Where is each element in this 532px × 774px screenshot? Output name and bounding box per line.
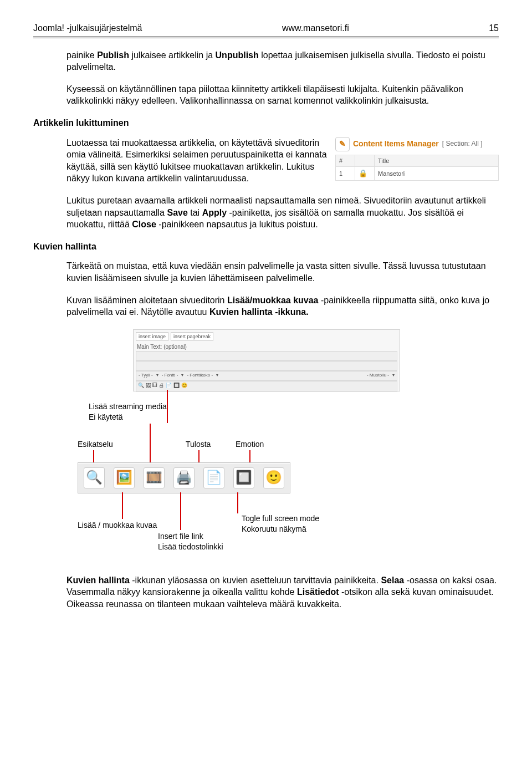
insert-image-icon[interactable]: 🖼️: [114, 467, 135, 488]
editor-toolbar-row-1[interactable]: [136, 351, 397, 361]
callout-print: Tulosta: [186, 439, 211, 450]
callout-line: [198, 450, 200, 462]
callout-emotion: Emotion: [236, 439, 264, 450]
lock-icon: 🔒: [359, 169, 367, 177]
heading-article-lock: Artikkelin lukittuminen: [33, 117, 499, 129]
header-center: www.mansetori.fi: [282, 22, 349, 34]
row-lock-icon: 🔒: [355, 167, 375, 181]
main-text-label: Main Text: (optional): [137, 343, 187, 351]
paragraph-publish: painike Publish julkaisee artikkelin ja …: [66, 49, 499, 73]
paragraph-image-intro: Tärkeätä on muistaa, että kuva viedään e…: [66, 260, 499, 284]
table-row[interactable]: 1 🔒 Mansetori: [336, 167, 499, 181]
insert-image-button[interactable]: insert image: [136, 332, 168, 341]
callout-streaming-media: Lisää streaming mediaEi käytetä: [89, 401, 167, 422]
font-select[interactable]: - Fontti -: [162, 373, 178, 379]
row-title[interactable]: Mansetori: [375, 167, 499, 181]
content-items-manager-panel: ✎ Content Items Manager [ Section: All ]…: [335, 137, 499, 185]
print-icon[interactable]: 📄: [203, 467, 224, 488]
preview-icon[interactable]: 🔍: [84, 467, 105, 488]
heading-image-management: Kuvien hallinta: [33, 241, 499, 253]
format-select[interactable]: - Muotoilu -: [367, 373, 389, 379]
editor-bottom-toolbar-zoom: 🔍 🖼️ 🎞️ 🖨️ 📄 🔲 🙂: [78, 462, 290, 493]
fontsize-select[interactable]: - Fonttikoko -: [187, 373, 213, 379]
callout-line: [122, 492, 123, 519]
header-left: Joomla! -julkaisujärjestelmä: [33, 22, 142, 34]
link-icon[interactable]: 🖨: [159, 382, 164, 391]
manager-table: # Title 1 🔒 Mansetori: [335, 155, 499, 181]
toolbar-callouts: Lisää streaming mediaEi käytetä Esikatse…: [78, 397, 499, 574]
insert-pagebreak-button[interactable]: insert pagebreak: [171, 332, 213, 341]
style-select[interactable]: - Tyyli -: [139, 373, 153, 379]
header-page-number: 15: [489, 22, 499, 34]
insert-file-link-icon[interactable]: 🖨️: [173, 467, 195, 488]
paragraph-image-window: Kuvien hallinta -ikkunan yläosassa on ku…: [66, 574, 499, 610]
callout-line: [237, 492, 238, 513]
editor-screenshot: insert image insert pagebreak Main Text:…: [133, 329, 400, 391]
paragraph-hide-article: Kyseessä on käytännöllinen tapa piilotta…: [66, 83, 499, 107]
callout-line: [249, 450, 250, 462]
callout-insert-file-link: Insert file linkLisää tiedostolinkki: [158, 531, 223, 552]
emotion-icon[interactable]: 🙂: [263, 467, 284, 488]
callout-fullscreen: Togle full screen modeKokoruutu näkymä: [242, 513, 319, 534]
callout-line: [150, 424, 151, 462]
row-num: 1: [336, 167, 355, 181]
preview-icon[interactable]: 🔍: [138, 382, 144, 391]
editor-toolbar-row-2[interactable]: [136, 361, 397, 371]
col-checkbox-header: [355, 155, 375, 167]
callout-edit-image: Lisää / muokkaa kuvaa: [78, 520, 157, 531]
editor-toolbar-row-3[interactable]: - Tyyli - ▾ - Fontti - ▾ - Fonttikoko - …: [136, 371, 397, 381]
col-title-header[interactable]: Title: [375, 155, 499, 167]
callout-line: [180, 492, 181, 530]
streaming-media-icon[interactable]: 🎞️: [144, 467, 165, 488]
paragraph-image-start: Kuvan lisääminen aloitetaan sivueditorin…: [66, 294, 499, 318]
fullscreen-icon[interactable]: 🔲: [233, 467, 254, 488]
callout-line: [93, 450, 94, 462]
editor-toolbar-row-4[interactable]: 🔍 🖼 🎞 🖨 📄 🔲 😊: [136, 381, 397, 392]
paragraph-lock-explain: Luotaessa tai muokattaessa artikkelia, o…: [66, 137, 330, 185]
screen-icon[interactable]: 🔲: [173, 382, 180, 391]
col-num-header[interactable]: #: [336, 155, 355, 167]
manager-section-label: [ Section: All ]: [442, 139, 483, 148]
manager-title: Content Items Manager: [353, 139, 439, 149]
header-divider: [33, 37, 499, 38]
edit-icon: ✎: [335, 137, 350, 151]
callout-preview: Esikatselu: [78, 439, 113, 450]
smiley-icon[interactable]: 😊: [181, 382, 187, 391]
paragraph-unlock: Lukitus puretaan avaamalla artikkeli nor…: [66, 195, 499, 231]
media-icon[interactable]: 🎞: [152, 382, 157, 391]
image-icon[interactable]: 🖼: [146, 382, 151, 391]
